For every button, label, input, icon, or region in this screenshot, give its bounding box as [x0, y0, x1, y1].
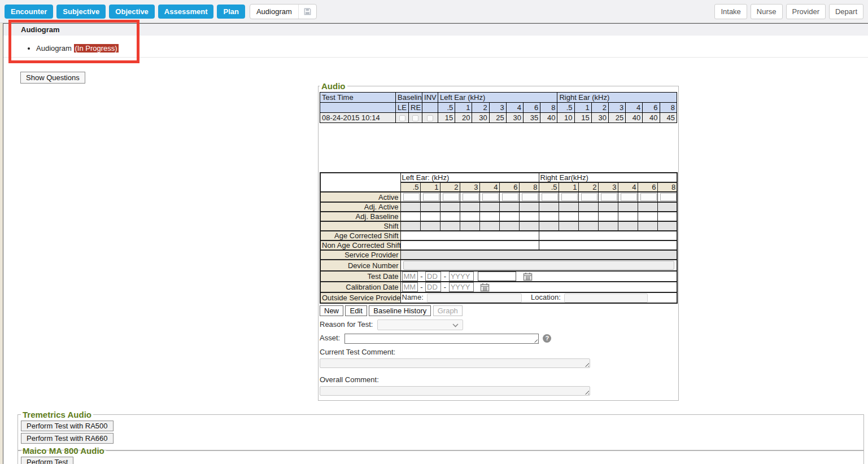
grid-cell — [440, 221, 460, 231]
calendar-icon[interactable] — [523, 272, 533, 281]
new-button[interactable]: New — [320, 305, 343, 316]
active-input[interactable] — [423, 193, 439, 201]
active-input[interactable] — [601, 193, 617, 201]
active-input[interactable] — [660, 193, 677, 201]
freq-header: 2 — [578, 182, 598, 192]
right-ear-value: 15 — [574, 113, 591, 123]
asset-input-wrap — [342, 334, 539, 344]
grid-cell — [479, 202, 499, 212]
nav-subjective-button[interactable]: Subjective — [56, 5, 106, 19]
freq-header: 8 — [519, 182, 539, 192]
active-input[interactable] — [542, 193, 558, 201]
freq-header: 8 — [660, 103, 677, 113]
empty-corner-cell — [320, 173, 400, 192]
nav-intake-button[interactable]: Intake — [714, 4, 747, 19]
tab-audiogram[interactable]: Audiogram — [250, 4, 317, 19]
active-input[interactable] — [621, 193, 637, 201]
nav-objective-button[interactable]: Objective — [109, 5, 155, 19]
active-input[interactable] — [522, 193, 538, 201]
right-ear-value: 30 — [591, 113, 608, 123]
test-date-year-input[interactable] — [449, 272, 474, 281]
help-icon[interactable]: ? — [543, 334, 551, 343]
calibration-year-input[interactable] — [449, 282, 474, 292]
maico-perform-test-button[interactable]: Perform Test — [21, 457, 73, 464]
test-time-input[interactable] — [478, 272, 516, 281]
tremetrics-legend: Tremetrics Audio — [21, 410, 93, 419]
outside-location-input — [564, 294, 648, 303]
active-cell — [400, 192, 420, 202]
row-label: Adj. Baseline — [320, 212, 400, 221]
col-test-time: Test Time — [320, 93, 396, 103]
date-separator: - — [420, 283, 422, 291]
list-item: Audiogram (In Progress) — [36, 43, 868, 53]
freq-header: 1 — [420, 182, 440, 192]
show-questions-button[interactable]: Show Questions — [20, 72, 85, 84]
left-ear-value: 35 — [524, 113, 540, 123]
overall-comment-label: Overall Comment: — [320, 375, 678, 384]
reason-select[interactable] — [377, 319, 463, 330]
nonage-shift-left-cell — [400, 240, 539, 250]
active-input[interactable] — [502, 193, 518, 201]
nav-plan-button[interactable]: Plan — [217, 5, 245, 19]
nav-assessment-button[interactable]: Assessment — [158, 5, 214, 19]
nav-encounter-button[interactable]: Encounter — [5, 5, 53, 19]
calendar-icon[interactable] — [480, 283, 490, 292]
test-date-day-input[interactable] — [425, 272, 441, 281]
nav-provider-button[interactable]: Provider — [786, 4, 826, 19]
chevron-down-icon — [452, 323, 459, 327]
audio-test-row[interactable]: 08-24-2015 10:14 15 20 30 25 30 35 40 10… — [320, 113, 677, 123]
active-cell — [618, 192, 638, 202]
grid-cell — [638, 221, 657, 231]
nav-nurse-button[interactable]: Nurse — [751, 4, 783, 19]
baseline-le-cell — [396, 113, 409, 123]
active-input[interactable] — [463, 193, 479, 201]
row-outside-service-provider: Outside Service Provider Name: Location: — [320, 292, 677, 303]
empty-header-cell — [422, 103, 438, 113]
active-input[interactable] — [640, 193, 657, 201]
test-date-month-input[interactable] — [402, 272, 418, 281]
grid-cell — [559, 212, 578, 221]
row-adj-active: Adj. Active — [320, 202, 677, 212]
active-cell — [539, 192, 559, 202]
calibration-day-input[interactable] — [425, 282, 441, 292]
row-test-date: Test Date - - — [320, 271, 677, 282]
resize-grip-icon[interactable] — [583, 361, 589, 367]
audiogram-item-link[interactable]: Audiogram — [36, 44, 72, 52]
perform-test-ra660-button[interactable]: Perform Test with RA660 — [21, 433, 114, 444]
active-input[interactable] — [581, 193, 597, 201]
active-cell — [638, 192, 657, 202]
freq-header: 2 — [591, 103, 608, 113]
grid-cell — [460, 212, 479, 221]
test-time-value: 08-24-2015 10:14 — [320, 113, 396, 123]
tests-header-row-2: LE RE .5 1 2 3 4 6 8 .5 1 2 3 4 6 8 — [320, 103, 677, 113]
grid-cell — [539, 221, 559, 231]
active-input[interactable] — [482, 193, 499, 201]
audio-tests-table: Test Time Baseline INV Left Ear (kHz) Ri… — [320, 92, 677, 123]
freq-header: 3 — [598, 182, 618, 192]
grid-cell — [638, 202, 657, 212]
detail-right-ear-header: Right Ear(kHz) — [539, 173, 677, 182]
edit-button[interactable]: Edit — [345, 305, 367, 316]
nav-depart-button[interactable]: Depart — [829, 4, 863, 19]
active-input[interactable] — [403, 193, 420, 201]
resize-grip-icon[interactable] — [583, 389, 589, 395]
freq-header: 4 — [506, 103, 523, 113]
row-label: Device Number — [320, 260, 400, 271]
freq-header: .5 — [400, 182, 420, 192]
perform-test-ra500-button[interactable]: Perform Test with RA500 — [21, 421, 114, 431]
save-icon[interactable] — [298, 5, 316, 19]
grid-cell — [400, 202, 420, 212]
grid-cell — [559, 221, 578, 231]
grid-cell — [420, 212, 440, 221]
tests-header-row-1: Test Time Baseline INV Left Ear (kHz) Ri… — [320, 93, 677, 103]
row-label: Shift — [320, 221, 400, 231]
freq-header: 4 — [479, 182, 499, 192]
grid-cell — [519, 212, 539, 221]
baseline-history-button[interactable]: Baseline History — [369, 305, 431, 316]
calibration-month-input[interactable] — [402, 282, 418, 292]
active-input[interactable] — [561, 193, 578, 201]
left-ear-value: 15 — [438, 113, 455, 123]
row-label: Adj. Active — [320, 202, 400, 212]
active-input[interactable] — [443, 193, 459, 201]
asset-input[interactable] — [344, 334, 539, 344]
